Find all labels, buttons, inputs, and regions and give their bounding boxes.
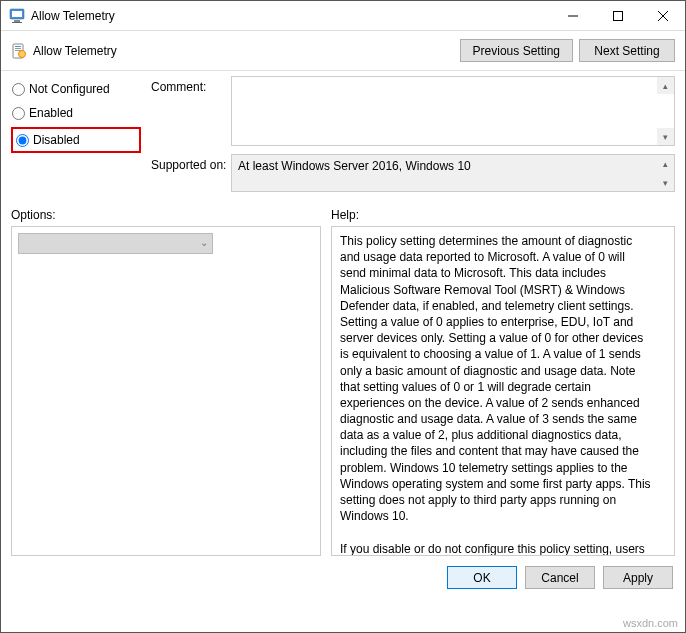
ok-button[interactable]: OK [447,566,517,589]
maximize-button[interactable] [595,1,640,30]
cancel-button[interactable]: Cancel [525,566,595,589]
window-controls [550,1,685,30]
apply-button[interactable]: Apply [603,566,673,589]
scroll-down-icon[interactable]: ▾ [657,174,674,191]
scroll-up-icon[interactable]: ▴ [657,77,674,94]
policy-title: Allow Telemetry [33,44,117,58]
radio-disabled-label: Disabled [33,133,80,147]
svg-rect-3 [12,22,22,23]
svg-rect-1 [12,11,22,17]
radio-disabled-input[interactable] [16,134,29,147]
supported-value: At least Windows Server 2016, Windows 10 [238,159,471,173]
close-button[interactable] [640,1,685,30]
supported-label: Supported on: [151,154,231,192]
toolbar: Allow Telemetry Previous Setting Next Se… [1,31,685,71]
radio-enabled-label: Enabled [29,106,73,120]
section-labels: Options: Help: [1,200,685,226]
titlebar: Allow Telemetry [1,1,685,31]
comment-label: Comment: [151,76,231,146]
options-label: Options: [11,208,331,222]
help-pane: This policy setting determines the amoun… [331,226,675,556]
minimize-button[interactable] [550,1,595,30]
radio-disabled[interactable]: Disabled [15,132,137,148]
help-text: This policy setting determines the amoun… [340,233,666,556]
svg-point-12 [19,50,26,57]
disabled-highlight-box: Disabled [11,127,141,153]
radio-not-configured-input[interactable] [12,83,25,96]
options-pane: ⌄ [11,226,321,556]
help-para-2: If you disable or do not configure this … [340,541,652,556]
watermark: wsxdn.com [623,617,678,629]
lower-section: ⌄ This policy setting determines the amo… [1,226,685,556]
comment-textarea[interactable]: ▴ ▾ [231,76,675,146]
radio-not-configured-label: Not Configured [29,82,110,96]
next-setting-button[interactable]: Next Setting [579,39,675,62]
radio-enabled-input[interactable] [12,107,25,120]
fields-column: Comment: ▴ ▾ Supported on: At least Wind… [151,76,675,200]
svg-rect-2 [14,20,20,22]
previous-setting-button[interactable]: Previous Setting [460,39,573,62]
svg-rect-5 [613,11,622,20]
window-title: Allow Telemetry [31,9,550,23]
radio-not-configured[interactable]: Not Configured [11,81,141,97]
svg-rect-9 [15,46,21,47]
policy-icon [11,43,27,59]
scroll-down-icon[interactable]: ▾ [657,128,674,145]
svg-rect-10 [15,48,21,49]
supported-row: Supported on: At least Windows Server 20… [151,154,675,192]
help-label: Help: [331,208,359,222]
state-radio-group: Not Configured Enabled Disabled [11,76,141,200]
comment-row: Comment: ▴ ▾ [151,76,675,146]
gpedit-icon [9,8,25,24]
help-para-1: This policy setting determines the amoun… [340,233,652,524]
chevron-down-icon: ⌄ [200,237,208,248]
scroll-up-icon[interactable]: ▴ [657,155,674,172]
supported-on-box: At least Windows Server 2016, Windows 10… [231,154,675,192]
radio-enabled[interactable]: Enabled [11,105,141,121]
upper-section: Not Configured Enabled Disabled Comment:… [1,71,685,200]
bottom-button-bar: OK Cancel Apply [1,556,685,599]
options-dropdown-disabled: ⌄ [18,233,213,254]
